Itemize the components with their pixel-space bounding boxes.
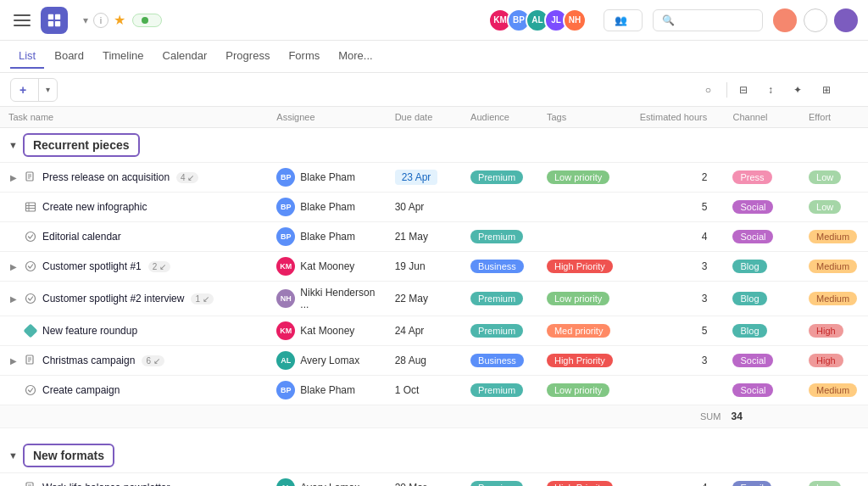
effort-cell[interactable]: Medium [800,222,868,252]
table-row[interactable]: Editorial calendar BP Blake Pham 21 May … [0,222,868,252]
due-date-cell[interactable]: 28 Aug [387,346,462,376]
assignee-avatar[interactable]: BP [276,168,295,187]
audience-cell[interactable]: Premium [462,282,538,316]
table-row[interactable]: ▶ Customer spotlight #1 2 ↙ KM Kat Moone… [0,252,868,282]
task-name-label[interactable]: Editorial calendar [42,231,121,243]
channel-cell[interactable]: Blog [724,252,800,282]
more-button[interactable] [844,87,858,93]
tags-cell[interactable]: Low priority [538,282,632,316]
tab-calendar[interactable]: Calendar [154,44,216,69]
audience-cell[interactable]: Premium [462,163,538,193]
table-row[interactable]: Create new infographic BP Blake Pham 30 … [0,193,868,222]
channel-cell[interactable]: Press [724,163,800,193]
task-expand-icon[interactable]: ▶ [8,172,19,182]
info-icon[interactable]: i [93,13,108,28]
tags-cell[interactable]: High Priority [538,346,632,376]
task-name-label[interactable]: Create campaign [42,384,120,396]
share-button[interactable]: 👥 [604,9,643,31]
effort-cell[interactable]: Medium [800,282,868,316]
assignee-avatar[interactable]: KM [276,321,295,340]
channel-cell[interactable]: Email [724,473,800,487]
effort-cell[interactable]: Low [800,163,868,193]
assignee-avatar[interactable]: BP [276,198,295,216]
tab-more[interactable]: More... [330,44,381,69]
add-task-dropdown[interactable]: ▾ [39,79,57,101]
section-expand-icon[interactable]: ▼ [8,140,18,150]
task-name-label[interactable]: New feature roundup [42,325,137,337]
table-row[interactable]: Create campaign BP Blake Pham 1 Oct Prem… [0,376,868,405]
assignee-avatar[interactable]: AL [276,478,295,486]
channel-cell[interactable]: Social [724,376,800,405]
due-date-cell[interactable]: 19 Jun [387,252,462,282]
filter-button[interactable]: ⊟ [732,81,758,99]
due-date-cell[interactable]: 24 Apr [387,316,462,346]
assignee-avatar[interactable]: NH [276,289,295,308]
task-expand-icon[interactable]: ▶ [8,293,19,304]
audience-cell[interactable]: Premium [462,316,538,346]
effort-cell[interactable]: High [800,346,868,376]
tags-cell[interactable]: Med priority [538,316,632,346]
star-icon[interactable]: ★ [114,12,125,28]
tab-progress[interactable]: Progress [217,44,278,69]
task-name-label[interactable]: Customer spotlight #2 interview [42,293,184,304]
due-date-cell[interactable]: 23 Apr [387,163,462,193]
task-name-label[interactable]: Create new infographic [42,201,147,213]
search-box[interactable]: 🔍 [653,9,763,31]
audience-cell[interactable]: Premium [462,376,538,405]
task-expand-icon[interactable]: ▶ [8,261,19,271]
effort-cell[interactable]: Low [800,473,868,487]
due-date-cell[interactable]: 22 May [387,282,462,316]
tab-forms[interactable]: Forms [280,44,328,69]
add-task-button[interactable]: + ▾ [10,78,58,102]
incomplete-tasks-filter[interactable]: ○ [698,81,721,99]
task-name-label[interactable]: Christmas campaign [42,355,135,366]
channel-cell[interactable]: Social [724,193,800,222]
title-chevron[interactable]: ▾ [83,14,88,26]
effort-cell[interactable]: Medium [800,376,868,405]
sort-button[interactable]: ↕ [761,81,783,99]
channel-cell[interactable]: Social [724,346,800,376]
tags-cell[interactable]: Low priority [538,376,632,405]
tags-cell[interactable] [538,222,632,252]
task-expand-icon[interactable]: ▶ [8,355,19,366]
task-name-label[interactable]: Customer spotlight #1 [42,260,142,272]
assignee-avatar[interactable]: KM [276,257,295,276]
due-date-cell[interactable]: 20 Mar [387,473,462,487]
tags-cell[interactable]: Low priority [538,163,632,193]
tags-cell[interactable]: High Priority [538,473,632,487]
assignee-avatar[interactable]: BP [276,381,295,399]
tab-timeline[interactable]: Timeline [94,44,153,69]
assignee-avatar[interactable]: BP [276,227,295,246]
effort-cell[interactable]: Medium [800,252,868,282]
due-date-cell[interactable]: 1 Oct [387,376,462,405]
status-badge[interactable] [132,14,162,27]
channel-cell[interactable]: Blog [724,282,800,316]
due-date-cell[interactable]: 30 Apr [387,193,462,222]
section-expand-icon[interactable]: ▼ [8,450,18,461]
avatar[interactable]: NH [563,8,587,32]
audience-cell[interactable] [462,193,538,222]
audience-cell[interactable]: Business [462,252,538,282]
plus-button[interactable] [773,8,797,32]
rules-button[interactable]: ✦ [787,81,812,99]
effort-cell[interactable]: Low [800,193,868,222]
effort-cell[interactable]: High [800,316,868,346]
section-title[interactable]: New formats [23,444,114,467]
table-row[interactable]: New feature roundup KM Kat Mooney 24 Apr… [0,316,868,346]
task-name-label[interactable]: Work-life balance newsletter [42,482,170,486]
table-row[interactable]: ▶ Christmas campaign 6 ↙ AL Avery Lomax … [0,346,868,376]
due-date-cell[interactable]: 21 May [387,222,462,252]
tab-list[interactable]: List [10,44,44,69]
assignee-avatar[interactable]: AL [276,351,295,370]
user-avatar[interactable] [834,8,858,32]
tags-cell[interactable]: High Priority [538,252,632,282]
channel-cell[interactable]: Social [724,222,800,252]
audience-cell[interactable]: Premium [462,222,538,252]
table-row[interactable]: Work-life balance newsletter AL Avery Lo… [0,473,868,487]
table-row[interactable]: ▶ Customer spotlight #2 interview 1 ↙ NH… [0,282,868,316]
help-button[interactable] [804,8,827,32]
hamburger-menu[interactable] [10,8,34,32]
section-title[interactable]: Recurrent pieces [23,133,140,157]
tab-board[interactable]: Board [46,44,92,69]
tags-cell[interactable] [538,193,632,222]
